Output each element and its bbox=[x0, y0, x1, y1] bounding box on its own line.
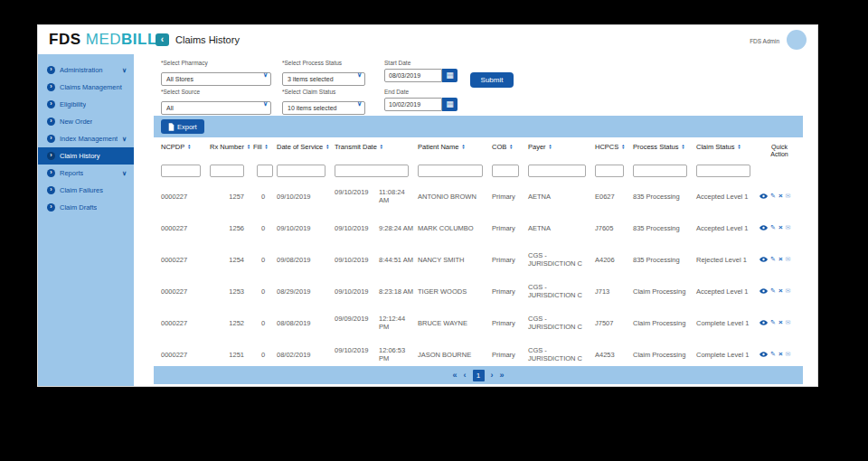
sort-icon[interactable]: ▲ ▼ bbox=[187, 144, 191, 150]
end-date-calendar-button[interactable]: ▦ bbox=[442, 98, 458, 111]
sidebar-item-label: Reports bbox=[60, 169, 83, 177]
export-button[interactable]: Export bbox=[161, 119, 204, 134]
envelope-icon[interactable]: ✉ bbox=[786, 193, 791, 200]
table-row[interactable]: 0000227 1256 0 09/10/2019 09/10/2019 9:2… bbox=[154, 212, 803, 244]
cell-hcpcs: A4206 bbox=[595, 256, 633, 264]
column-header-claim-status[interactable]: Claim Status ▲ ▼ bbox=[696, 140, 760, 153]
sort-icon[interactable]: ▲ ▼ bbox=[380, 144, 383, 150]
column-header-hcpcs[interactable]: HCPCS ▲ ▼ bbox=[595, 140, 633, 153]
column-header-payer[interactable]: Payer ▲ ▼ bbox=[528, 140, 595, 153]
sidebar-item-index-management[interactable]: › Index Management ∨ bbox=[38, 130, 134, 147]
view-icon[interactable] bbox=[760, 320, 768, 325]
column-header-transmit-date[interactable]: Transmit Date ▲ ▼ bbox=[335, 140, 418, 153]
envelope-icon[interactable]: ✉ bbox=[786, 287, 791, 295]
prev-page-icon[interactable]: ‹ bbox=[464, 370, 467, 381]
column-filter-input[interactable] bbox=[161, 165, 201, 177]
cell-ncpdp: 0000227 bbox=[161, 256, 210, 264]
process-status-select[interactable]: 3 items selected bbox=[282, 72, 365, 86]
sidebar-item-reports[interactable]: › Reports ∨ bbox=[38, 165, 134, 182]
view-icon[interactable] bbox=[760, 193, 768, 199]
delete-icon[interactable]: × bbox=[778, 319, 783, 326]
next-page-icon[interactable]: › bbox=[491, 370, 494, 381]
sort-icon[interactable]: ▲ ▼ bbox=[621, 144, 625, 150]
edit-icon[interactable]: ✎ bbox=[770, 193, 776, 200]
view-icon[interactable] bbox=[760, 288, 768, 294]
edit-icon[interactable]: ✎ bbox=[770, 351, 776, 358]
sidebar-item-eligibility[interactable]: › Eligibility bbox=[38, 96, 134, 113]
column-header-patient-name[interactable]: Patient Name ▲ ▼ bbox=[418, 140, 492, 153]
view-icon[interactable] bbox=[760, 257, 768, 262]
back-button[interactable]: ‹ bbox=[156, 33, 169, 46]
table-row[interactable]: 0000227 1253 0 08/29/2019 09/10/2019 8:2… bbox=[154, 276, 803, 307]
sort-icon[interactable]: ▲ ▼ bbox=[738, 144, 741, 150]
sort-icon[interactable]: ▲ ▼ bbox=[681, 144, 684, 150]
sort-icon[interactable]: ▲ ▼ bbox=[549, 144, 552, 150]
column-filter-input[interactable] bbox=[277, 165, 326, 177]
sort-icon[interactable]: ▲ ▼ bbox=[461, 144, 465, 150]
calendar-icon: ▦ bbox=[446, 71, 454, 80]
delete-icon[interactable]: × bbox=[778, 351, 783, 358]
claim-status-select[interactable]: 10 items selected bbox=[282, 101, 365, 115]
last-page-icon[interactable]: » bbox=[500, 370, 505, 381]
edit-icon[interactable]: ✎ bbox=[770, 256, 776, 263]
table-row[interactable]: 0000227 1254 0 09/08/2019 09/10/2019 8:4… bbox=[154, 244, 803, 276]
calendar-icon: ▦ bbox=[446, 99, 454, 108]
column-filter-cell bbox=[277, 160, 335, 177]
envelope-icon[interactable]: ✉ bbox=[786, 319, 791, 326]
logo-med: MED bbox=[86, 31, 121, 48]
sidebar-item-claims-management[interactable]: › Claims Management bbox=[38, 79, 134, 96]
column-filter-input[interactable] bbox=[210, 165, 244, 177]
source-select[interactable]: All bbox=[161, 101, 271, 115]
edit-icon[interactable]: ✎ bbox=[770, 224, 776, 231]
cell-claim-status: Accepted Level 1 bbox=[696, 287, 760, 296]
edit-icon[interactable]: ✎ bbox=[770, 287, 776, 295]
column-filter-input[interactable] bbox=[528, 165, 586, 177]
submit-button[interactable]: Submit bbox=[470, 72, 514, 88]
first-page-icon[interactable]: « bbox=[452, 370, 457, 381]
view-icon[interactable] bbox=[760, 225, 768, 230]
column-header-process-status[interactable]: Process Status ▲ ▼ bbox=[633, 140, 696, 153]
column-filter-input[interactable] bbox=[633, 165, 687, 177]
start-date-input[interactable] bbox=[384, 69, 442, 82]
column-filter-input[interactable] bbox=[492, 165, 519, 177]
table-row[interactable]: 0000227 1252 0 08/08/2019 09/09/2019 12:… bbox=[154, 307, 803, 339]
column-filter-input[interactable] bbox=[257, 165, 273, 177]
sidebar-item-claim-failures[interactable]: › Claim Failures bbox=[38, 182, 134, 199]
sort-icon[interactable]: ▲ ▼ bbox=[247, 144, 250, 150]
delete-icon[interactable]: × bbox=[778, 287, 783, 295]
delete-icon[interactable]: × bbox=[778, 224, 783, 231]
end-date-input[interactable] bbox=[384, 98, 442, 111]
column-filter-input[interactable] bbox=[418, 165, 483, 177]
top-header: FDS MEDBILL ‹ Claims History FDS Admin bbox=[38, 25, 817, 54]
sort-icon[interactable]: ▲ ▼ bbox=[265, 144, 269, 150]
column-header-rx-number[interactable]: Rx Number ▲ ▼ bbox=[210, 140, 253, 153]
pharmacy-label: *Select Pharmacy bbox=[161, 60, 208, 66]
sidebar-item-new-order[interactable]: › New Order bbox=[38, 113, 134, 130]
table-row[interactable]: 0000227 1257 0 09/10/2019 09/10/2019 11:… bbox=[154, 181, 803, 212]
delete-icon[interactable]: × bbox=[778, 256, 783, 263]
sidebar-item-administration[interactable]: › Administration ∨ bbox=[38, 61, 134, 79]
sort-icon[interactable]: ▲ ▼ bbox=[509, 144, 513, 150]
envelope-icon[interactable]: ✉ bbox=[786, 351, 791, 358]
sort-icon[interactable]: ▲ ▼ bbox=[326, 144, 329, 150]
current-page-button[interactable]: 1 bbox=[473, 370, 485, 381]
view-icon[interactable] bbox=[760, 352, 768, 357]
edit-icon[interactable]: ✎ bbox=[770, 319, 776, 326]
column-header-ncpdp[interactable]: NCPDP ▲ ▼ bbox=[161, 140, 210, 153]
column-filter-input[interactable] bbox=[696, 165, 750, 177]
column-filter-input[interactable] bbox=[335, 165, 409, 177]
column-header-date-of-service[interactable]: Date of Service ▲ ▼ bbox=[277, 140, 335, 153]
cell-rx-number: 1253 bbox=[210, 287, 253, 296]
column-header-fill[interactable]: Fill ▲ ▼ bbox=[253, 140, 277, 153]
sidebar-item-claim-drafts[interactable]: › Claim Drafts bbox=[38, 199, 134, 216]
sidebar-item-claim-history[interactable]: › Claim History bbox=[38, 147, 134, 165]
avatar[interactable] bbox=[787, 30, 807, 50]
pharmacy-select[interactable]: All Stores bbox=[161, 72, 271, 86]
envelope-icon[interactable]: ✉ bbox=[786, 256, 791, 263]
column-filter-input[interactable] bbox=[595, 165, 624, 177]
start-date-calendar-button[interactable]: ▦ bbox=[442, 69, 458, 82]
envelope-icon[interactable]: ✉ bbox=[786, 224, 791, 231]
delete-icon[interactable]: × bbox=[778, 193, 783, 200]
cell-hcpcs: J7605 bbox=[595, 224, 633, 232]
column-header-cob[interactable]: COB ▲ ▼ bbox=[492, 140, 528, 153]
